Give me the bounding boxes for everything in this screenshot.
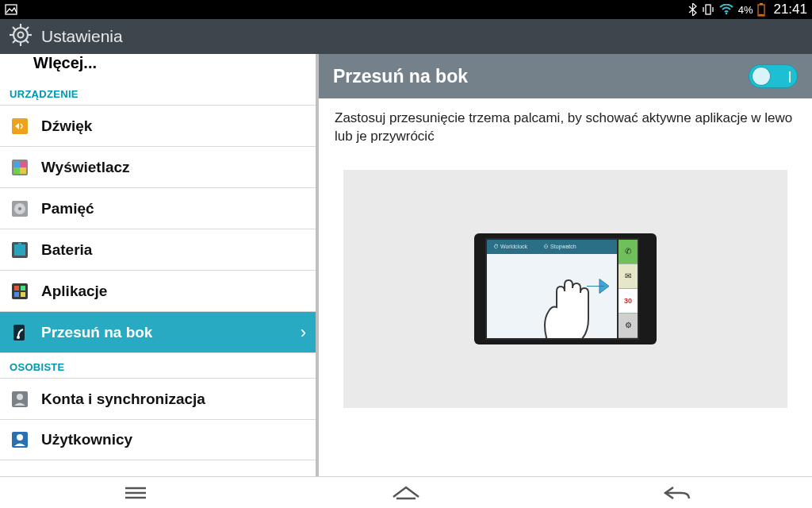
nav-home-button[interactable] bbox=[327, 484, 485, 502]
svg-point-27 bbox=[18, 207, 21, 210]
svg-rect-23 bbox=[13, 167, 20, 174]
svg-point-8 bbox=[13, 28, 28, 42]
storage-icon bbox=[10, 198, 30, 219]
svg-rect-18 bbox=[12, 118, 28, 134]
gesture-illustration: ⏱ Worldclock ⏲ Stopwatch ✆ ✉ 30 bbox=[343, 170, 787, 408]
nav-recent-button[interactable] bbox=[56, 484, 215, 502]
svg-rect-33 bbox=[21, 286, 25, 291]
svg-rect-30 bbox=[18, 243, 21, 244]
section-header-device: URZĄDZENIE bbox=[0, 82, 316, 105]
sidebar-item-label: Użytkownicy bbox=[41, 431, 132, 448]
sidebar-item-label: Dźwięk bbox=[41, 117, 92, 135]
feature-toggle[interactable]: | bbox=[749, 64, 798, 88]
sidebar-item-apps[interactable]: Aplikacje bbox=[0, 270, 316, 311]
sidebar-item-users[interactable]: Użytkownicy bbox=[0, 419, 316, 460]
app-title: Ustawienia bbox=[41, 27, 123, 46]
wifi-icon bbox=[719, 4, 733, 15]
svg-rect-24 bbox=[20, 167, 26, 174]
users-icon bbox=[10, 429, 30, 450]
content-title: Przesuń na bok bbox=[333, 66, 468, 87]
svg-rect-21 bbox=[13, 161, 20, 167]
image-icon bbox=[5, 4, 17, 15]
svg-line-15 bbox=[26, 40, 29, 43]
sidebar-item-display[interactable]: Wyświetlacz bbox=[0, 146, 316, 187]
svg-point-4 bbox=[725, 13, 727, 15]
svg-point-37 bbox=[17, 336, 20, 339]
battery-icon bbox=[757, 3, 765, 17]
svg-line-17 bbox=[26, 27, 29, 30]
svg-point-9 bbox=[18, 32, 24, 37]
sound-icon bbox=[10, 116, 30, 137]
svg-rect-7 bbox=[759, 14, 764, 16]
section-header-personal: OSOBISTE bbox=[0, 352, 316, 378]
apps-icon bbox=[10, 281, 30, 302]
svg-rect-1 bbox=[706, 5, 710, 14]
bluetooth-icon bbox=[688, 3, 697, 16]
chevron-right-icon: › bbox=[301, 322, 306, 343]
svg-rect-29 bbox=[14, 244, 25, 256]
slide-aside-icon bbox=[10, 322, 30, 343]
sidebar-item-label: Bateria bbox=[41, 241, 92, 259]
battery-icon bbox=[10, 240, 30, 260]
app-bar: Ustawienia bbox=[0, 19, 812, 54]
settings-sidebar: WIęcej... URZĄDZENIE Dźwięk Wyświetlacz … bbox=[0, 54, 319, 476]
nav-back-button[interactable] bbox=[597, 484, 756, 502]
content-header: Przesuń na bok | bbox=[319, 54, 812, 98]
system-nav-bar bbox=[0, 476, 812, 508]
sidebar-item-slide-aside[interactable]: Przesuń na bok › bbox=[0, 311, 316, 352]
toggle-knob bbox=[753, 67, 770, 85]
toggle-on-indicator: | bbox=[788, 70, 791, 83]
svg-point-41 bbox=[17, 434, 23, 441]
sidebar-item-label: Wyświetlacz bbox=[41, 159, 130, 176]
sidebar-item-label: Aplikacje bbox=[41, 283, 107, 300]
sidebar-item-label: Pamięć bbox=[41, 200, 94, 217]
hand-icon bbox=[533, 275, 604, 340]
content-description: Zastosuj przesunięcie trzema palcami, by… bbox=[335, 110, 796, 146]
svg-line-16 bbox=[13, 40, 16, 43]
battery-percent: 4% bbox=[738, 4, 753, 16]
sidebar-item-accounts[interactable]: Konta i synchronizacja bbox=[0, 378, 316, 419]
svg-line-14 bbox=[13, 27, 16, 30]
svg-point-39 bbox=[17, 394, 23, 400]
sidebar-item-battery[interactable]: Bateria bbox=[0, 229, 316, 270]
display-icon bbox=[10, 157, 30, 178]
vibrate-icon bbox=[702, 3, 714, 16]
accounts-icon bbox=[10, 389, 30, 410]
sidebar-item-storage[interactable]: Pamięć bbox=[0, 187, 316, 229]
content-pane: Przesuń na bok | Zastosuj przesunięcie t… bbox=[319, 54, 812, 476]
svg-rect-32 bbox=[14, 286, 19, 291]
sidebar-item-label: Przesuń na bok bbox=[41, 324, 152, 341]
settings-gear-icon bbox=[8, 22, 33, 52]
sidebar-item-sound[interactable]: Dźwięk bbox=[0, 105, 316, 146]
sidebar-item-more[interactable]: WIęcej... bbox=[0, 54, 316, 82]
svg-rect-34 bbox=[14, 292, 19, 297]
svg-rect-6 bbox=[758, 5, 764, 16]
sidebar-item-label: Konta i synchronizacja bbox=[41, 391, 205, 408]
svg-rect-22 bbox=[20, 161, 26, 167]
status-bar: 4% 21:41 bbox=[0, 0, 812, 19]
clock-text: 21:41 bbox=[773, 2, 807, 17]
svg-rect-35 bbox=[21, 292, 25, 297]
